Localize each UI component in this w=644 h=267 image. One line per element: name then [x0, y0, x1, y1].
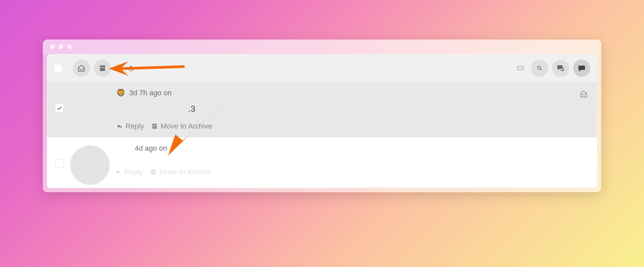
search-button[interactable]: [531, 60, 548, 77]
message-body: 4d ago on Reply Move to Archive: [115, 144, 589, 176]
reply-icon: [116, 123, 123, 130]
search-icon: [536, 65, 543, 72]
comments-button[interactable]: [552, 60, 569, 77]
refresh-button[interactable]: [125, 62, 138, 75]
message-body: 🦁 3d 7h ago on .3 Reply Move to Archive: [70, 89, 589, 131]
row-checkbox[interactable]: [55, 104, 64, 112]
reply-label: Reply: [124, 168, 143, 176]
archive-label: Move to Archive: [161, 122, 212, 131]
message-row[interactable]: 4d ago on Reply Move to Archive: [47, 137, 597, 188]
comments-icon: [557, 64, 565, 72]
row-checkbox[interactable]: [55, 159, 64, 168]
window-titlebar: [43, 40, 601, 54]
move-to-archive-action[interactable]: Move to Archive: [151, 122, 212, 131]
move-to-archive-action[interactable]: Move to Archive: [150, 168, 211, 176]
reply-label: Reply: [126, 122, 144, 131]
avatar-emoji: 🦁: [116, 89, 125, 97]
reply-action[interactable]: Reply: [115, 168, 143, 176]
window-control-zoom[interactable]: [67, 44, 72, 49]
message-content: .3: [188, 104, 589, 114]
mail-icon: [516, 64, 524, 72]
archive-label: Move to Archive: [159, 168, 211, 176]
mark-unread-button[interactable]: [580, 90, 588, 98]
message-timestamp: 3d 7h ago on: [129, 89, 171, 97]
app-window: 🦁 3d 7h ago on .3 Reply Move to Archive: [43, 40, 601, 192]
content-panel: 🦁 3d 7h ago on .3 Reply Move to Archive: [47, 54, 597, 188]
archive-icon: [151, 123, 158, 130]
open-envelope-icon: [77, 64, 85, 72]
window-control-minimize[interactable]: [59, 44, 63, 49]
message-row[interactable]: 🦁 3d 7h ago on .3 Reply Move to Archive: [47, 82, 597, 137]
archive-icon: [99, 65, 106, 72]
select-all-checkbox[interactable]: [54, 64, 62, 73]
toolbar: [47, 54, 597, 82]
window-control-close[interactable]: [50, 44, 55, 49]
open-envelope-icon: [580, 90, 588, 98]
message-timestamp: 4d ago on: [135, 144, 167, 153]
avatar[interactable]: [70, 145, 110, 185]
reply-action[interactable]: Reply: [116, 122, 144, 131]
check-icon: [56, 105, 62, 111]
active-chat-button[interactable]: [573, 60, 590, 77]
speech-bubble-icon: [578, 64, 586, 72]
mail-button[interactable]: [514, 62, 527, 75]
refresh-icon: [128, 65, 135, 72]
toolbar-divider: [118, 62, 118, 75]
open-inbox-button[interactable]: [73, 60, 90, 77]
archive-icon: [150, 169, 157, 175]
archive-toolbar-button[interactable]: [94, 60, 111, 77]
reply-icon: [115, 169, 122, 175]
